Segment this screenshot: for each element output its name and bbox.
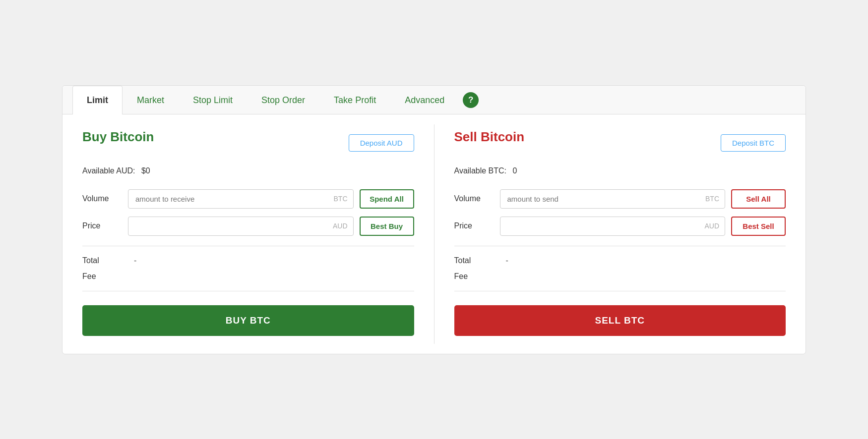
sell-divider-1 <box>454 246 786 246</box>
tab-take-profit[interactable]: Take Profit <box>319 86 390 114</box>
tabs-bar: Limit Market Stop Limit Stop Order Take … <box>62 86 806 114</box>
sell-panel-title: Sell Bitcoin <box>454 129 525 145</box>
buy-available-label: Available AUD: <box>82 166 135 175</box>
tab-stop-order[interactable]: Stop Order <box>247 86 319 114</box>
buy-divider-2 <box>82 291 414 291</box>
buy-total-label: Total <box>82 256 122 265</box>
deposit-btc-button[interactable]: Deposit BTC <box>721 134 786 152</box>
buy-volume-label: Volume <box>82 194 122 203</box>
sell-all-button[interactable]: Sell All <box>731 189 786 209</box>
main-content: Buy Bitcoin Deposit AUD Available AUD: $… <box>62 114 806 354</box>
sell-volume-row: Volume BTC Sell All <box>454 189 786 209</box>
sell-total-value: - <box>506 256 508 265</box>
help-icon[interactable]: ? <box>463 92 479 108</box>
sell-price-input[interactable] <box>500 217 726 236</box>
tab-advanced[interactable]: Advanced <box>390 86 459 114</box>
deposit-aud-button[interactable]: Deposit AUD <box>349 134 414 152</box>
buy-available-row: Available AUD: $0 <box>82 166 414 175</box>
buy-total-row: Total - <box>82 256 414 265</box>
buy-panel: Buy Bitcoin Deposit AUD Available AUD: $… <box>62 114 434 354</box>
buy-fee-row: Fee <box>82 272 414 281</box>
tab-stop-limit[interactable]: Stop Limit <box>179 86 247 114</box>
sell-available-row: Available BTC: 0 <box>454 166 786 175</box>
sell-btc-button[interactable]: SELL BTC <box>454 305 786 336</box>
buy-volume-input[interactable] <box>128 189 354 209</box>
sell-total-row: Total - <box>454 256 786 265</box>
sell-price-input-wrapper: AUD <box>500 217 726 236</box>
sell-price-label: Price <box>454 221 494 230</box>
sell-price-row: Price AUD Best Sell <box>454 217 786 236</box>
buy-divider-1 <box>82 246 414 246</box>
sell-volume-input[interactable] <box>500 189 726 209</box>
tab-limit[interactable]: Limit <box>72 86 123 114</box>
buy-fee-label: Fee <box>82 272 122 281</box>
buy-price-input-wrapper: AUD <box>128 217 354 236</box>
sell-volume-label: Volume <box>454 194 494 203</box>
spend-all-button[interactable]: Spend All <box>360 189 414 209</box>
buy-panel-header: Buy Bitcoin Deposit AUD <box>82 129 414 157</box>
best-buy-button[interactable]: Best Buy <box>360 217 414 236</box>
tab-market[interactable]: Market <box>123 86 179 114</box>
sell-fee-label: Fee <box>454 272 494 281</box>
best-sell-button[interactable]: Best Sell <box>731 217 786 236</box>
sell-divider-2 <box>454 291 786 291</box>
sell-available-label: Available BTC: <box>454 166 507 175</box>
buy-total-value: - <box>134 256 136 265</box>
buy-panel-title: Buy Bitcoin <box>82 129 154 145</box>
buy-volume-input-wrapper: BTC <box>128 189 354 209</box>
buy-price-input[interactable] <box>128 217 354 236</box>
buy-volume-row: Volume BTC Spend All <box>82 189 414 209</box>
sell-panel-header: Sell Bitcoin Deposit BTC <box>454 129 786 157</box>
sell-fee-row: Fee <box>454 272 786 281</box>
sell-volume-input-wrapper: BTC <box>500 189 726 209</box>
sell-panel: Sell Bitcoin Deposit BTC Available BTC: … <box>434 114 806 354</box>
sell-total-label: Total <box>454 256 494 265</box>
trading-panel: Limit Market Stop Limit Stop Order Take … <box>62 85 806 354</box>
buy-btc-button[interactable]: BUY BTC <box>82 305 414 336</box>
buy-price-label: Price <box>82 221 122 230</box>
buy-available-value: $0 <box>141 166 150 175</box>
sell-available-value: 0 <box>512 166 517 175</box>
buy-price-row: Price AUD Best Buy <box>82 217 414 236</box>
